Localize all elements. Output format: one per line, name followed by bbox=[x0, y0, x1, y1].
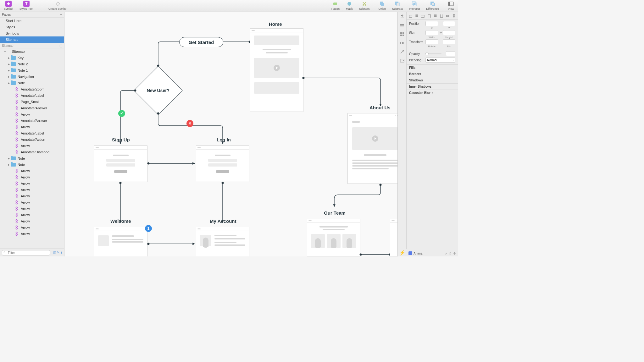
align-left-icon[interactable]: ⊏ bbox=[408, 13, 413, 18]
inner-shadows-header[interactable]: Inner Shadows bbox=[407, 84, 458, 90]
stack-icon[interactable] bbox=[399, 23, 405, 28]
align-hcenter-icon[interactable]: ≡ bbox=[414, 13, 419, 18]
layer-annotate-answer[interactable]: Annotate/Answer bbox=[0, 118, 64, 124]
resize-icon[interactable] bbox=[399, 49, 405, 55]
align-vcenter-icon[interactable]: ≡ bbox=[433, 13, 438, 18]
disclosure-arrow[interactable] bbox=[7, 157, 11, 160]
styled-text-tool[interactable]: T Styled Text bbox=[18, 1, 35, 10]
intersect-tool[interactable]: Intersect bbox=[408, 1, 421, 10]
align-right-icon[interactable]: ⊐ bbox=[420, 13, 425, 18]
layer-navigation[interactable]: Navigation bbox=[0, 74, 64, 80]
layer-annotate-label[interactable]: Annotate/Label bbox=[0, 92, 64, 99]
disclosure-arrow[interactable] bbox=[3, 50, 7, 53]
section-menu-icon[interactable]: ▢ bbox=[59, 44, 62, 47]
disclosure-arrow[interactable] bbox=[7, 57, 11, 59]
layer-note[interactable]: Note bbox=[0, 162, 64, 168]
panel-icon[interactable]: ▯ bbox=[449, 252, 451, 255]
page-item-symbols[interactable]: Symbols bbox=[0, 30, 64, 36]
flip-buttons[interactable] bbox=[443, 39, 456, 44]
layer-annotate-zoom[interactable]: Annotate/Zoom bbox=[0, 86, 64, 92]
layer-key[interactable]: Key bbox=[0, 55, 64, 61]
layer-arrow[interactable]: Arrow bbox=[0, 187, 64, 193]
layer-annotate-action[interactable]: Annotate/Action bbox=[0, 136, 64, 143]
scissors-tool[interactable]: Scissors bbox=[358, 1, 371, 10]
settings-icon[interactable]: ⚙ bbox=[453, 252, 456, 255]
fills-header[interactable]: Fills bbox=[407, 65, 458, 71]
new-user-decision[interactable]: New User? bbox=[141, 73, 175, 108]
layer-arrow[interactable]: Arrow bbox=[0, 111, 64, 118]
height-input[interactable] bbox=[443, 30, 456, 35]
layer-arrow[interactable]: Arrow bbox=[0, 193, 64, 199]
page-item-styles[interactable]: Styles bbox=[0, 24, 64, 30]
myaccount-wireframe[interactable] bbox=[196, 227, 249, 256]
view-tool[interactable]: View bbox=[447, 1, 455, 10]
distribute-icon[interactable] bbox=[399, 40, 405, 46]
disclosure-arrow[interactable] bbox=[7, 82, 11, 85]
layer-arrow[interactable]: Arrow bbox=[0, 206, 64, 212]
aboutus-wireframe[interactable] bbox=[347, 113, 397, 184]
flatten-tool[interactable]: Flatten bbox=[330, 1, 341, 10]
layer-note-1[interactable]: Note 1 bbox=[0, 67, 64, 74]
subtract-tool[interactable]: Subtract bbox=[391, 1, 404, 10]
distribute-v-icon[interactable]: ⇕ bbox=[452, 13, 457, 18]
difference-tool[interactable]: Difference bbox=[425, 1, 440, 10]
layer-arrow[interactable]: Arrow bbox=[0, 231, 64, 237]
layer-arrow[interactable]: Arrow bbox=[0, 168, 64, 174]
disclosure-arrow[interactable] bbox=[7, 63, 11, 66]
disclosure-arrow[interactable] bbox=[7, 75, 11, 78]
get-started-node[interactable]: Get Started bbox=[179, 37, 223, 47]
borders-header[interactable]: Borders bbox=[407, 71, 458, 77]
create-symbol-tool[interactable]: Create Symbol bbox=[47, 1, 69, 10]
filter-layers-icon[interactable]: ▥ bbox=[53, 251, 56, 254]
home-wireframe[interactable] bbox=[250, 28, 303, 112]
export-icon[interactable] bbox=[399, 14, 405, 19]
layer-arrow[interactable]: Arrow bbox=[0, 174, 64, 180]
disclosure-arrow[interactable] bbox=[7, 163, 11, 166]
layer-page_small[interactable]: Page_Small bbox=[0, 99, 64, 105]
rotate-input[interactable] bbox=[425, 39, 438, 44]
opacity-slider[interactable] bbox=[425, 53, 441, 54]
plugin-footer[interactable]: Anima ⤢ ▯ ⚙ bbox=[407, 250, 458, 256]
disclosure-arrow[interactable] bbox=[7, 69, 11, 72]
align-bottom-icon[interactable]: ⊔ bbox=[439, 13, 444, 18]
symbol-tool[interactable]: Symbol bbox=[3, 1, 14, 10]
partial-wireframe[interactable] bbox=[390, 219, 397, 256]
welcome-wireframe[interactable] bbox=[94, 227, 147, 256]
layer-annotate-diamond[interactable]: Annotate/Diamond bbox=[0, 149, 64, 155]
image-icon[interactable] bbox=[399, 58, 405, 63]
layer-note[interactable]: Note bbox=[0, 80, 64, 86]
position-y-input[interactable] bbox=[443, 21, 456, 26]
layer-arrow[interactable]: Arrow bbox=[0, 180, 64, 187]
mask-tool[interactable]: Mask bbox=[345, 1, 354, 10]
page-item-start-here[interactable]: Start Here bbox=[0, 18, 64, 24]
login-wireframe[interactable] bbox=[196, 145, 249, 182]
width-input[interactable] bbox=[425, 30, 438, 35]
canvas[interactable]: Get Started New User? ✓ ✕ Home Sign Up bbox=[64, 12, 397, 256]
grid-icon[interactable] bbox=[399, 31, 405, 37]
layer-note-2[interactable]: Note 2 bbox=[0, 61, 64, 67]
layer-annotate-label[interactable]: Annotate/Label bbox=[0, 130, 64, 136]
blend-mode-select[interactable]: Normal▾ bbox=[425, 58, 455, 63]
layer-sitemap[interactable]: Sitemap bbox=[0, 48, 64, 55]
union-tool[interactable]: Union bbox=[377, 1, 387, 10]
lightning-icon[interactable]: ⚡ bbox=[398, 249, 407, 256]
layer-arrow[interactable]: Arrow bbox=[0, 218, 64, 224]
layer-note[interactable]: Note bbox=[0, 155, 64, 162]
layer-annotate-answer[interactable]: Annotate/Answer bbox=[0, 105, 64, 111]
position-x-input[interactable] bbox=[425, 21, 438, 26]
align-top-icon[interactable]: ⊓ bbox=[427, 13, 432, 18]
gaussian-blur-header[interactable]: Gaussian Blur▾ bbox=[407, 90, 458, 96]
distribute-h-icon[interactable]: ⇔ bbox=[445, 13, 450, 18]
ourteam-wireframe[interactable] bbox=[307, 219, 360, 256]
filter-input[interactable] bbox=[2, 250, 50, 255]
layer-arrow[interactable]: Arrow bbox=[0, 212, 64, 218]
layer-arrow[interactable]: Arrow bbox=[0, 224, 64, 231]
expand-icon[interactable]: ⤢ bbox=[445, 252, 447, 255]
layer-arrow[interactable]: Arrow bbox=[0, 124, 64, 130]
layer-arrow[interactable]: Arrow bbox=[0, 143, 64, 149]
opacity-input[interactable] bbox=[446, 51, 455, 56]
shadows-header[interactable]: Shadows bbox=[407, 77, 458, 84]
page-item-sitemap[interactable]: Sitemap bbox=[0, 36, 64, 43]
add-page-button[interactable]: + bbox=[60, 13, 62, 17]
signup-wireframe[interactable] bbox=[94, 145, 147, 182]
